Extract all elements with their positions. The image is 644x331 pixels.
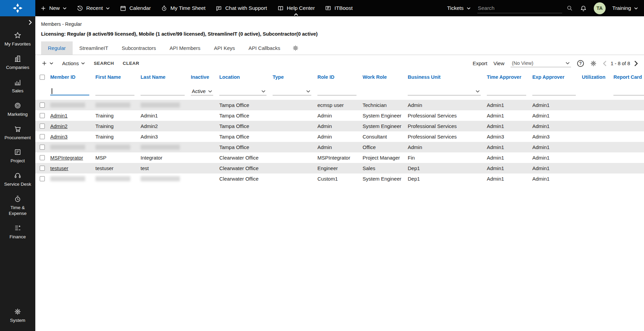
member-id-link[interactable]: Admin2 <box>50 123 68 129</box>
tab-streamlineit[interactable]: StreamlineIT <box>73 41 115 55</box>
cell-business_unit: Dep1 <box>406 173 485 184</box>
sidebar-item-project[interactable]: Project <box>0 145 35 168</box>
search-input[interactable] <box>477 3 562 13</box>
tab-settings-gear-icon[interactable] <box>292 41 299 55</box>
cell-member_id <box>48 100 93 110</box>
column-header-first_name[interactable]: First Name <box>93 71 139 82</box>
new-menu-button[interactable]: New <box>35 0 72 16</box>
cell-location: Tampa Office <box>217 100 271 110</box>
filter-member_id-input[interactable] <box>50 87 89 95</box>
filter-type-dropdown[interactable] <box>273 87 311 95</box>
tab-api-callbacks[interactable]: API Callbacks <box>242 41 287 55</box>
view-dropdown[interactable]: (No View) <box>511 59 571 67</box>
column-header-work_role[interactable]: Work Role <box>361 71 406 82</box>
ledger-icon <box>14 224 21 232</box>
filter-exp_approver-input[interactable] <box>532 87 576 95</box>
plus-icon <box>41 60 47 66</box>
cell-type <box>271 142 315 152</box>
row-checkbox[interactable] <box>40 176 45 181</box>
cell-first_name: Training <box>93 131 139 142</box>
filter-report_card-input[interactable] <box>613 87 644 95</box>
cell-report_card <box>611 131 644 142</box>
cell-inactive <box>189 163 217 173</box>
sidebar-item-time-expense[interactable]: Time & Expense <box>0 191 35 221</box>
tickets-menu-button[interactable]: Tickets <box>447 5 471 11</box>
filter-last_name-input[interactable] <box>141 87 185 95</box>
chat-with-support-button[interactable]: Chat with Support <box>210 0 272 16</box>
cell-time_approver: Admin1 <box>485 100 530 110</box>
sidebar-item-procurement[interactable]: Procurement <box>0 122 35 145</box>
column-header-inactive[interactable]: Inactive <box>189 71 217 82</box>
grid-settings-button[interactable] <box>590 60 597 67</box>
cell-type <box>271 131 315 142</box>
sidebar-item-marketing[interactable]: Marketing <box>0 98 35 122</box>
previous-page-button[interactable] <box>603 60 607 67</box>
redacted-text <box>141 103 180 108</box>
main-content: Members - Regular Licensing: Regular (8 … <box>35 16 644 331</box>
sidebar-item-sales[interactable]: Sales <box>0 75 35 98</box>
search-submit-button[interactable] <box>566 5 573 12</box>
column-header-member_id[interactable]: Member ID <box>48 71 93 82</box>
calendar-button[interactable]: Calendar <box>115 0 156 16</box>
row-checkbox[interactable] <box>40 145 45 150</box>
tab-regular[interactable]: Regular <box>41 41 73 55</box>
column-header-location[interactable]: Location <box>217 71 271 82</box>
redacted-text <box>95 103 130 108</box>
column-header-time_approver[interactable]: Time Approver <box>485 71 530 82</box>
help-icon[interactable]: ? <box>577 60 584 67</box>
filter-time_approver-input[interactable] <box>487 87 526 95</box>
user-menu-button[interactable]: Training <box>612 5 638 11</box>
export-button[interactable]: Export <box>473 60 487 66</box>
column-header-utilization[interactable]: Utilization <box>580 71 611 82</box>
tab-api-keys[interactable]: API Keys <box>207 41 242 55</box>
avatar[interactable]: TA <box>594 2 606 14</box>
column-header-business_unit[interactable]: Business Unit <box>406 71 485 82</box>
select-all-checkbox[interactable] <box>40 75 45 80</box>
row-checkbox[interactable] <box>40 134 45 139</box>
sidebar-item-service-desk[interactable]: Service Desk <box>0 168 35 191</box>
search-button[interactable]: SEARCH <box>94 61 114 66</box>
help-center-button[interactable]: Help Center <box>272 0 320 16</box>
cell-last_name <box>139 100 189 110</box>
tab-api-members[interactable]: API Members <box>163 41 207 55</box>
notifications-button[interactable] <box>580 5 587 12</box>
filter-role_id-input[interactable] <box>317 87 356 95</box>
actions-menu-button[interactable]: Actions <box>62 60 85 66</box>
tab-subcontractors[interactable]: Subcontractors <box>115 41 163 55</box>
recent-menu-button[interactable]: Recent <box>72 0 115 16</box>
row-checkbox[interactable] <box>40 103 45 108</box>
sidebar-item-companies[interactable]: Companies <box>0 51 35 75</box>
sidebar-item-finance[interactable]: Finance <box>0 221 35 244</box>
cell-last_name: Integrator <box>139 152 189 163</box>
sidebar-item-system[interactable]: System <box>0 304 35 328</box>
cell-role_id: Admin <box>315 110 361 121</box>
column-header-role_id[interactable]: Role ID <box>315 71 361 82</box>
column-header-exp_approver[interactable]: Exp Approver <box>530 71 580 82</box>
member-id-link[interactable]: Admin3 <box>50 134 68 140</box>
cell-last_name <box>139 173 189 184</box>
column-header-type[interactable]: Type <box>271 71 315 82</box>
filter-location-dropdown[interactable] <box>219 87 266 95</box>
redacted-text <box>50 145 85 150</box>
row-checkbox[interactable] <box>40 166 45 171</box>
row-checkbox[interactable] <box>40 155 45 160</box>
connectwise-logo[interactable] <box>0 0 35 16</box>
row-checkbox[interactable] <box>40 124 45 129</box>
itboost-button[interactable]: ITBoost <box>320 0 357 16</box>
sidebar-item-label: Time & Expense <box>1 205 34 217</box>
column-header-report_card[interactable]: Report Card <box>611 71 644 82</box>
member-id-link[interactable]: MSPIntegrator <box>50 155 83 161</box>
filter-first_name-input[interactable] <box>95 87 134 95</box>
sidebar-expand-button[interactable] <box>29 20 32 25</box>
clear-button[interactable]: CLEAR <box>123 61 140 66</box>
sidebar-item-my-favorites[interactable]: My Favorites <box>0 28 35 51</box>
my-time-sheet-button[interactable]: My Time Sheet <box>156 0 210 16</box>
row-checkbox[interactable] <box>40 113 45 118</box>
add-member-button[interactable] <box>41 60 53 66</box>
next-page-button[interactable] <box>634 60 638 67</box>
member-id-link[interactable]: testuser <box>50 165 68 171</box>
member-id-link[interactable]: Admin1 <box>50 113 68 118</box>
column-header-last_name[interactable]: Last Name <box>139 71 189 82</box>
filter-inactive-dropdown[interactable]: Active <box>191 87 213 95</box>
filter-business_unit-dropdown[interactable] <box>408 87 481 95</box>
